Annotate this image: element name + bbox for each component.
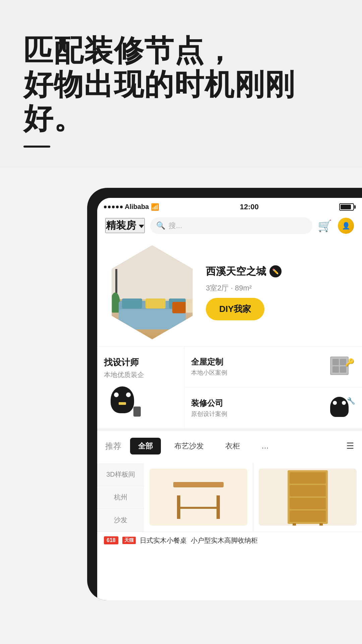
hero-line2: 好物出现的时机刚刚好。 bbox=[23, 68, 295, 135]
table-top-surface bbox=[173, 482, 224, 487]
phone-mockup: Alibaba 📶 12:00 精装房 🔍 搜... bbox=[87, 188, 362, 600]
door4 bbox=[340, 366, 346, 373]
shelf-2 bbox=[290, 485, 326, 496]
room-card: 西溪天空之城 ✏️ 3室2厅 · 89m² DIY我家 bbox=[97, 239, 362, 346]
rec-tab-sofa[interactable]: 布艺沙发 bbox=[166, 438, 212, 454]
service-item-fullhouse[interactable]: 全屋定制 本地小区案例 bbox=[184, 346, 362, 388]
battery-icon bbox=[339, 203, 354, 211]
status-time: 12:00 bbox=[240, 203, 258, 211]
char-tool bbox=[133, 407, 141, 417]
diy-button[interactable]: DIY我家 bbox=[206, 298, 264, 320]
key-icon: 🔑 bbox=[345, 358, 354, 367]
category-3d[interactable]: 3D样板间 bbox=[97, 463, 144, 486]
shelf-3 bbox=[290, 498, 326, 509]
deco-eye-l bbox=[333, 401, 337, 405]
room-details: 3室2厅 · 89m² bbox=[206, 283, 354, 293]
edit-icon: ✏️ bbox=[272, 268, 279, 275]
rec-tab-all[interactable]: 全部 bbox=[130, 438, 161, 454]
char-eye-left bbox=[114, 392, 119, 397]
signal-dot-3 bbox=[112, 206, 115, 208]
deco-body bbox=[330, 397, 349, 417]
product-image-table bbox=[149, 469, 247, 526]
hero-title: 匹配装修节点， 好物出现的时机刚刚好。 bbox=[23, 34, 339, 136]
product-card-table[interactable] bbox=[144, 463, 253, 532]
avatar-icon: 👤 bbox=[342, 222, 350, 230]
designer-sub: 本地优质装企 bbox=[104, 370, 177, 379]
sofa-cushion-2 bbox=[145, 299, 166, 309]
search-bar[interactable]: 🔍 搜... bbox=[150, 217, 312, 234]
product-grid bbox=[144, 463, 362, 532]
status-left: Alibaba 📶 bbox=[104, 203, 159, 211]
rec-tab-more-text[interactable]: … bbox=[253, 438, 277, 454]
chevron-down-icon bbox=[139, 225, 144, 228]
fullhouse-text: 全屋定制 本地小区案例 bbox=[191, 357, 325, 377]
edit-button[interactable]: ✏️ bbox=[269, 265, 282, 277]
banner-text-1: 日式实木小餐桌 bbox=[140, 536, 187, 545]
category-hangzhou[interactable]: 杭州 bbox=[97, 486, 144, 509]
fullhouse-icon: 🔑 bbox=[328, 355, 355, 378]
char-beak bbox=[119, 402, 126, 405]
signal-dot-1 bbox=[104, 206, 107, 208]
status-right bbox=[339, 203, 354, 211]
service-right-items: 全屋定制 本地小区案例 bbox=[184, 346, 362, 428]
fullhouse-sub: 本地小区案例 bbox=[191, 369, 325, 377]
cabinet-body bbox=[288, 470, 328, 524]
signal-dot-4 bbox=[116, 206, 119, 208]
cart-icon[interactable]: 🛒 bbox=[318, 219, 332, 232]
category-sofa[interactable]: 沙发 bbox=[97, 509, 144, 532]
category-3d-label: 3D样板间 bbox=[106, 471, 135, 478]
header-icons: 🛒 👤 bbox=[318, 218, 354, 234]
sofa-cushion-1 bbox=[122, 299, 142, 309]
character-body bbox=[111, 386, 137, 417]
service-item-decoration[interactable]: 装修公司 原创设计案例 🔧 bbox=[184, 387, 362, 428]
shelf-1 bbox=[290, 472, 326, 484]
char-silhouette bbox=[111, 386, 134, 413]
designer-illustration bbox=[104, 385, 144, 418]
category-sidebar: 3D样板间 杭州 沙发 bbox=[97, 463, 144, 532]
avatar[interactable]: 👤 bbox=[338, 218, 354, 234]
recommendations-section: 推荐 全部 布艺沙发 衣柜 … ☰ bbox=[97, 431, 362, 463]
app-header: 精装房 🔍 搜... 🛒 👤 bbox=[97, 214, 362, 239]
wifi-icon: 📶 bbox=[151, 203, 159, 211]
rec-tab-wardrobe-label: 衣柜 bbox=[225, 442, 240, 450]
app-title-label: 精装房 bbox=[106, 219, 136, 232]
search-placeholder-text: 搜... bbox=[169, 221, 182, 231]
rec-tab-more-label: … bbox=[261, 442, 269, 450]
rec-menu-icon[interactable]: ☰ bbox=[346, 441, 354, 451]
bottom-banner: 618 天猫 日式实木小餐桌 小户型实木高脚收纳柜 bbox=[97, 532, 362, 549]
cab-leg-r bbox=[319, 523, 323, 526]
shelf-4 bbox=[290, 511, 326, 522]
product-section: 3D样板间 杭州 沙发 bbox=[97, 463, 362, 532]
char-eye-right bbox=[126, 392, 131, 397]
signal-dot-2 bbox=[108, 206, 111, 208]
product-card-cabinet[interactable] bbox=[253, 463, 362, 532]
decoration-text: 装修公司 原创设计案例 bbox=[191, 398, 325, 418]
service-designer[interactable]: 找设计师 本地优质装企 bbox=[97, 346, 184, 428]
search-icon: 🔍 bbox=[156, 221, 165, 230]
rec-header: 推荐 全部 布艺沙发 衣柜 … ☰ bbox=[105, 438, 354, 454]
phone-inner: Alibaba 📶 12:00 精装房 🔍 搜... bbox=[97, 198, 362, 600]
status-bar: Alibaba 📶 12:00 bbox=[97, 198, 362, 214]
category-sofa-label: 沙发 bbox=[114, 516, 127, 524]
storage-box bbox=[172, 302, 186, 313]
deco-eye-r bbox=[342, 401, 346, 405]
rec-tab-sofa-label: 布艺沙发 bbox=[174, 442, 204, 450]
rec-tab-wardrobe[interactable]: 衣柜 bbox=[217, 438, 248, 454]
room-image-placeholder bbox=[105, 246, 199, 339]
door1 bbox=[333, 359, 339, 365]
decoration-icon: 🔧 bbox=[328, 396, 355, 420]
cabinet-with-key: 🔑 bbox=[330, 357, 354, 377]
room-name: 西溪天空之城 bbox=[206, 265, 266, 278]
hero-divider bbox=[23, 146, 50, 148]
lamp-arm bbox=[111, 252, 128, 254]
signal-dot-5 bbox=[120, 206, 123, 208]
rec-label: 推荐 bbox=[105, 441, 121, 451]
tmall-badge: 天猫 bbox=[122, 537, 136, 544]
deco-tool-icon: 🔧 bbox=[347, 397, 355, 405]
battery-fill bbox=[341, 205, 351, 209]
service-grid: 找设计师 本地优质装企 bbox=[97, 346, 362, 431]
location-selector[interactable]: 精装房 bbox=[105, 218, 145, 233]
category-hangzhou-label: 杭州 bbox=[114, 493, 127, 501]
table-img-inner bbox=[172, 472, 225, 522]
designer-title: 找设计师 bbox=[104, 357, 177, 368]
